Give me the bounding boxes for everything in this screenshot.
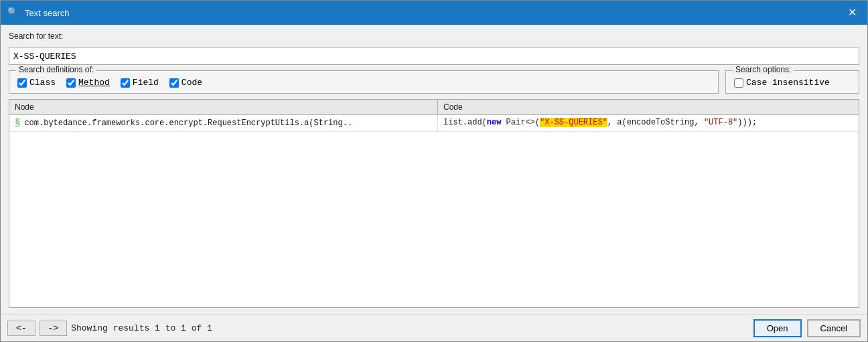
checkbox-row: Class Method Field Code bbox=[17, 78, 710, 88]
text-search-window: 🔍 Text search ✕ Search for text: Search … bbox=[0, 0, 868, 342]
code-string-utf8: "UTF-8" bbox=[704, 118, 737, 127]
checkbox-code[interactable]: Code bbox=[169, 78, 202, 88]
bottom-bar: <- -> Showing results 1 to 1 of 1 Open C… bbox=[1, 315, 867, 341]
node-icon: § bbox=[15, 118, 20, 129]
checkbox-field-input[interactable] bbox=[121, 78, 130, 88]
checkbox-method-input[interactable] bbox=[66, 78, 76, 88]
code-part-1: list.add( bbox=[443, 118, 487, 127]
column-node: Node bbox=[9, 100, 438, 114]
results-body: § com.bytedance.frameworks.core.encrypt.… bbox=[9, 115, 859, 307]
bottom-buttons: Open Cancel bbox=[753, 319, 861, 337]
open-button[interactable]: Open bbox=[753, 319, 802, 337]
checkbox-code-label: Code bbox=[182, 78, 202, 88]
prev-button[interactable]: <- bbox=[7, 321, 35, 336]
search-options-legend: Search options: bbox=[733, 65, 794, 74]
cancel-button[interactable]: Cancel bbox=[807, 319, 861, 337]
checkbox-field[interactable]: Field bbox=[121, 78, 159, 88]
checkbox-case-insensitive-input[interactable] bbox=[734, 78, 743, 88]
result-code: list.add(new Pair<>("X-SS-QUERIES", a(en… bbox=[438, 115, 859, 131]
checkbox-case-insensitive-label: Case insensitive bbox=[746, 78, 830, 88]
title-bar: 🔍 Text search ✕ bbox=[1, 1, 867, 25]
checkbox-code-input[interactable] bbox=[169, 78, 179, 88]
checkbox-method[interactable]: Method bbox=[66, 78, 110, 88]
results-table: Node Code § com.bytedance.frameworks.cor… bbox=[9, 99, 859, 308]
window-icon: 🔍 bbox=[7, 7, 19, 19]
search-options-row: Case insensitive bbox=[734, 78, 851, 88]
checkbox-class[interactable]: Class bbox=[17, 78, 56, 88]
checkbox-class-label: Class bbox=[29, 78, 56, 88]
search-input[interactable] bbox=[9, 48, 859, 65]
options-row: Search definitions of: Class Method Fiel… bbox=[9, 70, 859, 94]
checkbox-method-label: Method bbox=[78, 78, 110, 88]
next-button[interactable]: -> bbox=[40, 321, 68, 336]
code-part-3: , a(encodeToString, bbox=[607, 118, 704, 127]
results-header: Node Code bbox=[9, 100, 859, 115]
status-text: Showing results 1 to 1 of 1 bbox=[71, 323, 212, 333]
node-text: com.bytedance.frameworks.core.encrypt.Re… bbox=[24, 118, 352, 128]
result-node: § com.bytedance.frameworks.core.encrypt.… bbox=[9, 115, 438, 131]
checkbox-field-label: Field bbox=[133, 78, 159, 88]
code-keyword-new: new bbox=[487, 118, 502, 127]
checkbox-case-insensitive[interactable]: Case insensitive bbox=[734, 78, 830, 88]
table-row[interactable]: § com.bytedance.frameworks.core.encrypt.… bbox=[9, 115, 859, 132]
code-part-4: ))); bbox=[737, 118, 757, 127]
checkbox-class-input[interactable] bbox=[17, 78, 27, 88]
window-title: Text search bbox=[25, 8, 844, 18]
column-code: Code bbox=[438, 100, 859, 114]
code-highlight-query: "X-SS-QUERIES" bbox=[540, 118, 607, 127]
close-button[interactable]: ✕ bbox=[844, 6, 861, 19]
search-definitions-group: Search definitions of: Class Method Fiel… bbox=[9, 70, 719, 94]
search-label: Search for text: bbox=[9, 31, 859, 41]
code-part-2: Pair<>( bbox=[501, 118, 540, 127]
search-definitions-legend: Search definitions of: bbox=[16, 65, 96, 74]
search-options-group: Search options: Case insensitive bbox=[725, 70, 859, 94]
content-area: Search for text: Search definitions of: … bbox=[1, 25, 867, 315]
